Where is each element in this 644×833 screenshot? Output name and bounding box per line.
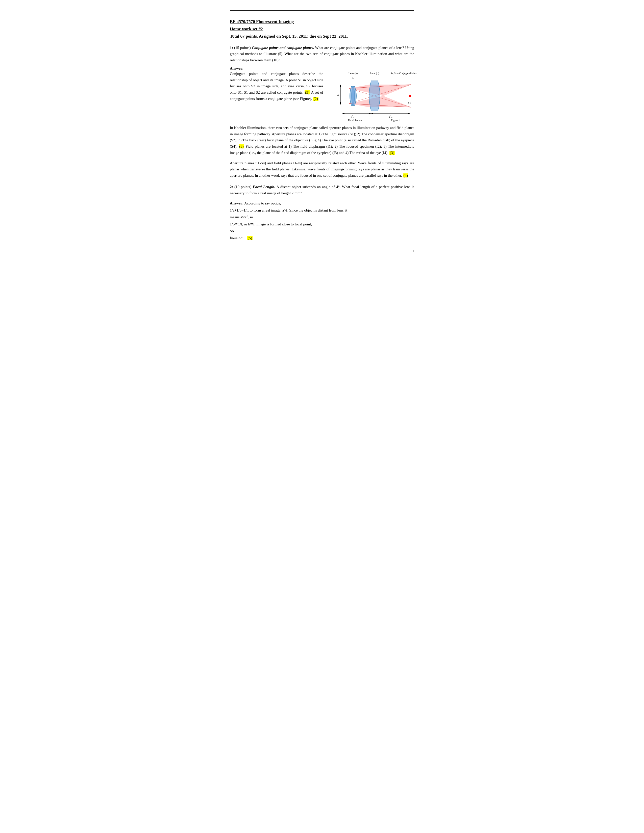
figure-4-container: Lens (a) Lens (b) S₁, S₂ = Conjugate Poi… <box>328 71 421 125</box>
title-line1: BE 4570/7570 Fluorescent Imaging <box>230 18 414 26</box>
svg-text:S₁: S₁ <box>352 77 354 79</box>
q1-paragraph3: Aperture planes S1-S4) and field planes … <box>230 160 414 179</box>
svg-text:b: b <box>391 116 393 119</box>
q1-paragraph2: In Koehler illumination, there two sets … <box>230 125 414 156</box>
q1-highlight3: (3) <box>239 145 244 148</box>
q2-highlight6: (5) <box>247 236 253 240</box>
q2-math3: 1/b≅1/f, or b≅f, image is formed close t… <box>230 221 414 228</box>
q2-math2: means a>>f, so <box>230 214 414 220</box>
svg-text:Focal Points: Focal Points <box>348 119 362 122</box>
page-number: 1 <box>230 249 414 253</box>
title-line2: Home work set #2 <box>230 26 414 33</box>
top-rule <box>230 10 414 11</box>
q1-answer-wrap: Conjugate points and conjugate planes de… <box>230 71 414 125</box>
q1-italic-bold: Conjugate points and conjugate planes. <box>252 46 314 50</box>
q1-answer-part1: Conjugate points and conjugate planes de… <box>230 71 323 102</box>
svg-text:Figure 4: Figure 4 <box>391 119 400 122</box>
svg-text:S₂: S₂ <box>408 101 411 104</box>
q2-answer-line1: Answer: According to ray optics, <box>230 200 414 207</box>
q2-answer-label: Answer: <box>230 201 243 205</box>
q1-answer-label: Answer: <box>230 66 414 71</box>
svg-text:Lens (a): Lens (a) <box>349 72 358 75</box>
title-line3: Total 67 points. Assigned on Sept. 15, 2… <box>230 33 414 40</box>
q1-answer-text-left: Conjugate points and conjugate planes de… <box>230 71 323 102</box>
svg-point-18 <box>409 95 411 97</box>
svg-text:a: a <box>353 116 354 119</box>
question-2-block: 2: (10 points) Focal Length. A distant o… <box>230 184 414 241</box>
q2-math4: So <box>230 228 414 235</box>
question-1-block: 1: (15 points) Conjugate points and conj… <box>230 45 414 179</box>
figure-4-svg: Lens (a) Lens (b) S₁, S₂ = Conjugate Poi… <box>328 71 421 124</box>
svg-text:δ: δ <box>337 93 339 96</box>
question-1-text: 1: (15 points) Conjugate points and conj… <box>230 45 414 63</box>
document-title: BE 4570/7570 Fluorescent Imaging Home wo… <box>230 18 414 40</box>
figure-4-area: Lens (a) Lens (b) S₁, S₂ = Conjugate Poi… <box>328 71 421 125</box>
svg-text:Lens (b): Lens (b) <box>370 72 379 75</box>
q1-highlight1: (3) <box>304 90 310 95</box>
q2-answer-text1: According to ray optics, <box>244 201 281 205</box>
q2-italic-bold: Focal Length. <box>253 185 275 189</box>
q1-number: 1: <box>230 46 233 50</box>
q2-math5: f=δ/sinα (5) <box>230 235 414 241</box>
q1-points: (15 points) <box>234 46 251 50</box>
q1-highlight4: (3) <box>390 151 395 155</box>
q2-number: 2: <box>230 185 233 189</box>
svg-text:S₁, S₂ = Conjugate Points: S₁, S₂ = Conjugate Points <box>390 72 417 75</box>
q1-highlight2: (2) <box>313 96 319 101</box>
q2-math1: 1/a+1/b=1/f, to form a real image, a>f. … <box>230 207 414 214</box>
q2-points: (10 points) <box>234 185 251 189</box>
q2-text: 2: (10 points) Focal Length. A distant o… <box>230 184 414 196</box>
q1-answer-section: Answer: Conjugate points and conjugate p… <box>230 66 414 179</box>
q2-answer-section: Answer: According to ray optics, 1/a+1/b… <box>230 200 414 241</box>
q1-highlight5: (4) <box>403 174 409 177</box>
